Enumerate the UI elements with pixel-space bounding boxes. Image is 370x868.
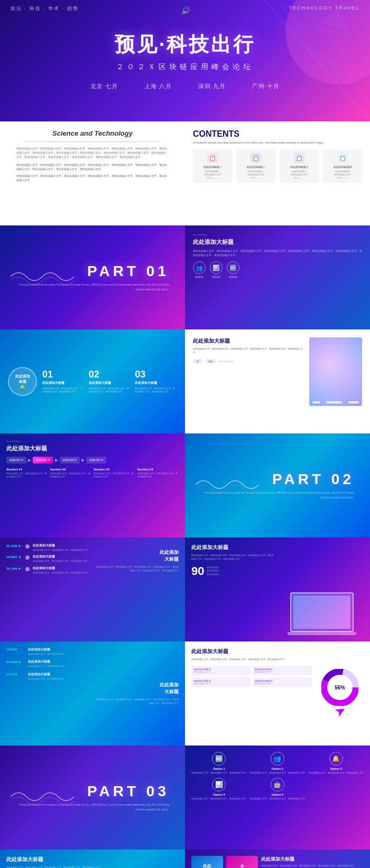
laptop-text: 请在此处输入文字，请在此处输入文字，请在此处输入文字，请在此处输入文字，请在此处… <box>191 554 275 561</box>
icon-label-1: 标题投资 <box>193 276 206 278</box>
wave-svg-1 <box>11 266 74 287</box>
thumb-main-title: 此处添加大标题 <box>261 856 364 863</box>
wave-decor-1 <box>11 266 74 289</box>
svg-line-0 <box>264 0 370 121</box>
tl2-content-1: 此处添加大标题 请在此处输入文字，请在此处输入文字 <box>28 648 64 656</box>
tl2-item-1: 12 MAY 此处添加大标题 请在此处输入文字，请在此处输入文字 <box>6 648 90 656</box>
pie-text: 请在此处输入文字，请在此处输入文字，请在此处输入文字，请在此处输入文字，请在此处… <box>191 658 312 662</box>
slide4-icon-row: 👥 标题投资 📊 标题投资 🔤 标题投资 <box>193 261 362 278</box>
opt-text-2: 请在此处输入文字，请在此处输入文字，请在此处输入文字 <box>250 771 306 775</box>
slide7-label: Your Text Here <box>6 440 179 442</box>
icon-item-3: 🔤 标题投资 <box>227 261 239 278</box>
dot-2 <box>326 401 342 403</box>
hero-section: 前沿 · 科技 · 华术 · 趋势 TECHNOLOGY TRAVEL 🔊 预见… <box>0 0 370 121</box>
slide6-title: 此处添加大标题 <box>193 337 304 345</box>
sec4-text: 请在此处输入文字，请在此处输入文字，请在此处输入文字 <box>137 472 179 478</box>
hero-decoration <box>0 0 370 121</box>
tl2-date-1: 12 MAY <box>6 648 25 651</box>
laptop-screen <box>290 592 354 632</box>
tl-right-col: 此处添加大标题 请在此处输入文字，请在此处输入文字，请在此处输入文字，请在此处输… <box>95 544 179 578</box>
pie-right: 56% ➤ <box>316 648 364 739</box>
slide1-text: 请在此处输入文字，请在此处输入文字，请在此处输入文字，请在此处输入文字，请在此处… <box>16 146 169 159</box>
opt-2: 👥 Option 2 请在此处输入文字，请在此处输入文字，请在此处输入文字 <box>250 752 306 775</box>
tl-right-title: 此处添加大标题 <box>95 549 179 563</box>
tl-item-3: 25 JAN ★ 此处添加大标题 请在此处输入文字，请在此处输入文字，请在此处输… <box>6 567 90 574</box>
slide-laptop: 此处添加大标题 请在此处输入文字，请在此处输入文字，请在此处输入文字，请在此处输… <box>185 537 370 641</box>
tc1-text: 此处 <box>203 863 211 868</box>
three-cols: 01 此处添加大标题 请在此处输入文字，请在此处输入文字，请在此处输入文字，请在… <box>42 370 177 394</box>
slide2-sub: A wonderful serenity has taken possessio… <box>193 141 362 144</box>
opt-icon-1: 🔤 <box>212 752 226 766</box>
slide-thumb-cards: 此处 添加内容 ❄ 添加内容 此处添加大标题 请在此处输入文字，请在此处输入文字… <box>185 850 370 868</box>
wave-svg-2 <box>196 474 259 495</box>
tl-content-2: 此处添加大标题 请在此处输入文字，请在此处输入文字，请在此处输入文字 <box>33 555 88 563</box>
tl-text-2: 请在此处输入文字，请在此处输入文字，请在此处输入文字 <box>33 560 88 563</box>
circle-title: 此处添加 <box>15 374 30 379</box>
content-label-3: 此处添加标题三 <box>282 165 317 168</box>
content-label-2: 此处添加标题二 <box>238 165 273 168</box>
slide1-text2: 请在此处输入文字，请在此处输入文字，请在此处输入文字，请在此处输入文字，请在此处… <box>16 163 169 171</box>
sec4-title: Section #4 <box>137 468 179 471</box>
part01-number: PART 01 <box>87 263 169 280</box>
content-icon-1: 📋 <box>207 153 218 163</box>
slide-timeline-right: 12 MAY 此处添加大标题 请在此处输入文字，请在此处输入文字 25 JUN … <box>0 641 185 746</box>
your-text-here: Your Text Here <box>193 233 362 236</box>
opt-3: 🔔 Option 3 请在此处输入文字，请在此处输入文字，请在此处输入文字 <box>308 752 364 775</box>
slide7-title: 此处添加大标题 <box>6 445 179 452</box>
thumb-card-1: 此处 添加内容 <box>191 856 223 868</box>
tl2-title-3: 此处添加大标题 <box>28 673 64 676</box>
stat-text: 请在此处输入请在此处输入请在此处输入 <box>207 566 219 576</box>
legend-1: 此处添加大标题 #1请在此处输入文字 <box>191 666 251 675</box>
flow-row: 标题内容 #1 ▶ 标题内容 #2 ▶ 标题内容 #3 ▶ 标题内容 #4 <box>6 457 179 464</box>
opt-icon-3: 🔔 <box>329 752 343 766</box>
slide-part01: PART 01 The great blank book for peace h… <box>0 225 185 329</box>
sec1-title: Section #1 <box>6 468 48 471</box>
section-2: Section #2 请在此处输入文字，请在此处输入文字，请在此处输入文字 <box>50 468 92 478</box>
tl2-date-3: 12 JAN <box>6 673 25 676</box>
laptop-title: 此处添加大标题 <box>191 544 275 551</box>
slide-science-tech: Science and Technology 请在此处输入文字，请在此处输入文字… <box>0 121 185 225</box>
tl2-title-2: 此处添加大标题 <box>28 660 64 664</box>
timeline-left-col: 22 JAN ★ 此处添加大标题 请在此处输入文字，请在此处输入文字，请在此处输… <box>6 544 90 578</box>
slide6-left: 此处添加大标题 请在此处输入文字，请在此处输入文字，请在此处输入文字，请在此处输… <box>193 337 304 426</box>
content-item-1: 📋 此处添加标题一 此处添加标题一请在此处输入文字From: ____ <box>193 149 232 183</box>
slide6-tags: 7% 94% Your Text Here <box>193 359 304 364</box>
icon-label-2: 标题投资 <box>210 276 223 278</box>
circle-badge: 此处添加 标题 🔔 <box>8 367 37 396</box>
col2-text: 请在此处输入文字，请在此处输入文字，请在此处输入文字，请在此处输入文字 <box>89 387 131 394</box>
slide-big-pie: 此处添加大标题 请在此处输入文字，请在此处输入文字，请在此处输入文字，请在此处输… <box>0 850 185 868</box>
flow-arrow-1: ▶ <box>28 458 31 463</box>
tag-2: 94% <box>206 359 216 364</box>
tl2-item-2: 25 JUN ★ 此处添加大标题 请在此处输入文字，请在此处输入文字 <box>6 660 90 668</box>
tag-1: 7% <box>193 359 202 364</box>
opt-text-4: 请在此处输入文字，请在此处输入文字，请在此处输入文字 <box>191 797 247 800</box>
slide-contents: CONTENTS A wonderful serenity has taken … <box>185 121 370 225</box>
content-label-4: 此处添加标题四 <box>325 165 360 168</box>
wave-decor-2 <box>196 474 259 497</box>
opt-icon-4: 📊 <box>212 778 226 791</box>
options-grid: 🔤 Option 1 请在此处输入文字，请在此处输入文字，请在此处输入文字 👥 … <box>191 752 364 800</box>
dot-1 <box>312 401 320 403</box>
col2-title: 此处添加大标题 <box>89 381 131 385</box>
opt-label-1: Option 1 <box>191 767 247 770</box>
icon-label-3: 标题投资 <box>227 276 239 278</box>
slide-title-image: 此处添加大标题 请在此处输入文字，请在此处输入文字，请在此处输入文字，请在此处输… <box>185 329 370 433</box>
slide-part02: PART 02 The great blank book for peace h… <box>185 433 370 537</box>
tl2-date-2: 25 JUN ★ <box>6 660 25 664</box>
wave-decor-3 <box>11 786 74 809</box>
slide2-title: CONTENTS <box>193 129 362 139</box>
content-item-2: 📋 此处添加标题二 此处添加标题二请在此处输入文字From: ____ <box>236 149 275 183</box>
tl-item-2: 12 MAY ★ 此处添加大标题 请在此处输入文字，请在此处输入文字，请在此处输… <box>6 555 90 563</box>
part03-number: PART 03 <box>87 783 169 800</box>
slide6-image <box>309 337 362 406</box>
wave-svg-3 <box>11 786 74 807</box>
opt-icon-2: 👥 <box>271 752 284 766</box>
sec3-text: 请在此处输入文字，请在此处输入文字，请在此处输入文字 <box>94 472 135 478</box>
section-4: Section #4 请在此处输入文字，请在此处输入文字，请在此处输入文字 <box>137 468 179 478</box>
slide-timeline-left: 22 JAN ★ 此处添加大标题 请在此处输入文字，请在此处输入文字，请在此处输… <box>0 537 185 641</box>
tl-right-text: 请在此处输入文字，请在此处输入文字，请在此处输入文字，请在此处输入文字，请在此处… <box>95 565 179 573</box>
tl2-right: 此处添加大标题 请在此处输入文字，请在此处输入文字，请在此处输入文字，请在此处输… <box>95 648 179 739</box>
col2-num: 02 <box>89 370 131 379</box>
icon-2: 📊 <box>210 261 223 274</box>
content-icon-4: 📋 <box>337 153 348 163</box>
